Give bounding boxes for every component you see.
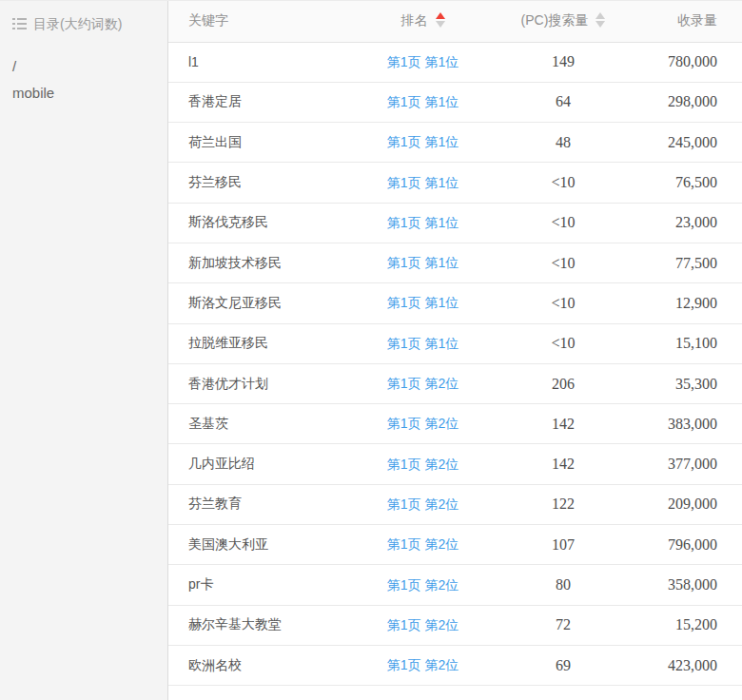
rank-cell: 第1页 第1位 [359, 163, 487, 203]
rank-link[interactable]: 第1页 第2位 [387, 416, 459, 431]
table-row: 斯洛伐克移民 第1页 第1位 <10 23,000 [168, 203, 742, 243]
search-volume-cell: <10 [487, 323, 639, 363]
keyword-cell: 新加坡技术移民 [168, 243, 359, 282]
index-count-cell: 35,300 [639, 363, 742, 403]
rank-cell: 第1页 第2位 [359, 645, 487, 685]
index-count-cell: 358,000 [639, 565, 742, 605]
rank-cell: 第1页 第2位 [359, 525, 487, 565]
table-row: 欧洲名校 第1页 第2位 69 423,000 [168, 645, 742, 685]
rank-cell: 第1页 第1位 [359, 323, 487, 363]
sidebar-directory-item[interactable]: / [12, 58, 158, 75]
search-volume-cell: 72 [487, 605, 639, 645]
sort-asc-icon[interactable] [436, 12, 445, 19]
search-volume-cell: 69 [487, 645, 639, 685]
rank-cell: 第1页 第1位 [359, 203, 487, 243]
sort-desc-icon[interactable] [596, 21, 605, 28]
sort-arrows-rank[interactable] [436, 12, 445, 28]
index-count-cell: 796,000 [639, 525, 742, 565]
keyword-cell: 香港定居 [168, 82, 359, 122]
index-count-cell: 12,900 [639, 283, 742, 323]
table-row: 斯洛文尼亚移民 第1页 第1位 <10 12,900 [168, 283, 742, 323]
keyword-rank-panel: 目录(大约词数) / mobile 关键字 排名 (PC)搜索量 [0, 0, 742, 700]
table-row: 荷兰出国 第1页 第1位 48 245,000 [168, 123, 742, 163]
sort-desc-icon[interactable] [436, 21, 445, 28]
table-header-row: 关键字 排名 (PC)搜索量 收录量 [168, 1, 742, 42]
keyword-cell: 斯洛伐克移民 [168, 203, 359, 243]
search-volume-cell: <10 [487, 203, 639, 243]
directory-sidebar: 目录(大约词数) / mobile [0, 1, 168, 700]
sort-arrows-search-volume[interactable] [596, 12, 605, 28]
rank-link[interactable]: 第1页 第2位 [387, 617, 459, 632]
table-row: 芬兰教育 第1页 第2位 122 209,000 [168, 484, 742, 524]
rank-link[interactable]: 第1页 第1位 [387, 295, 459, 310]
rank-link[interactable]: 第1页 第2位 [387, 457, 459, 472]
column-header-keyword: 关键字 [168, 1, 359, 42]
rank-link[interactable]: 第1页 第1位 [387, 134, 459, 149]
search-volume-cell: 149 [487, 42, 639, 82]
rank-cell: 第1页 第2位 [359, 404, 487, 444]
sort-asc-icon[interactable] [596, 12, 605, 19]
rank-cell: 第1页 第1位 [359, 82, 487, 122]
table-row: l1 第1页 第1位 149 780,000 [168, 42, 742, 82]
search-volume-cell: 48 [487, 123, 639, 163]
keyword-cell: 芬兰移民 [168, 163, 359, 203]
index-count-cell: 23,000 [639, 203, 742, 243]
table-row: 赫尔辛基大教堂 第1页 第2位 72 15,200 [168, 605, 742, 645]
column-header-search-volume[interactable]: (PC)搜索量 [487, 1, 639, 42]
column-header-search-volume-label: (PC)搜索量 [521, 12, 589, 28]
index-count-cell: 377,000 [639, 444, 742, 484]
keyword-cell: 赫尔辛基大教堂 [168, 605, 359, 645]
search-volume-cell: 206 [487, 363, 639, 403]
keyword-cell: 欧洲名校 [168, 645, 359, 685]
column-header-rank[interactable]: 排名 [359, 1, 487, 42]
index-count-cell: 245,000 [639, 123, 742, 163]
table-row: 美国澳大利亚 第1页 第2位 107 796,000 [168, 525, 742, 565]
rank-link[interactable]: 第1页 第2位 [387, 577, 459, 593]
index-count-cell: 15,200 [639, 605, 742, 645]
rank-link[interactable]: 第1页 第2位 [387, 376, 459, 391]
keyword-table-body: l1 第1页 第1位 149 780,000 香港定居 第1页 第1位 64 2… [168, 42, 742, 686]
table-row: 新加坡技术移民 第1页 第1位 <10 77,500 [168, 243, 742, 282]
search-volume-cell: <10 [487, 283, 639, 323]
rank-link[interactable]: 第1页 第2位 [387, 536, 459, 552]
rank-cell: 第1页 第2位 [359, 363, 487, 403]
search-volume-cell: 142 [487, 444, 639, 484]
column-header-rank-label: 排名 [401, 12, 428, 28]
search-volume-cell: 107 [487, 525, 639, 565]
rank-cell: 第1页 第2位 [359, 605, 487, 645]
index-count-cell: 77,500 [639, 243, 742, 282]
keyword-cell: 香港优才计划 [168, 363, 359, 403]
table-row: 圣基茨 第1页 第2位 142 383,000 [168, 404, 742, 444]
rank-link[interactable]: 第1页 第2位 [387, 496, 459, 512]
directory-sidebar-title: 目录(大约词数) [12, 15, 158, 32]
sidebar-item-label: mobile [12, 85, 54, 101]
rank-link[interactable]: 第1页 第1位 [387, 175, 459, 190]
rank-cell: 第1页 第2位 [359, 565, 487, 605]
sidebar-directory-item[interactable]: mobile [12, 85, 158, 102]
keyword-cell: 芬兰教育 [168, 484, 359, 524]
index-count-cell: 76,500 [639, 163, 742, 203]
directory-title-label: 目录(大约词数) [33, 15, 122, 32]
rank-cell: 第1页 第2位 [359, 484, 487, 524]
keyword-table-area: 关键字 排名 (PC)搜索量 收录量 l1 第1页 第1位 149 780,00… [168, 1, 742, 700]
search-volume-cell: 80 [487, 565, 639, 605]
rank-link[interactable]: 第1页 第1位 [387, 54, 459, 69]
rank-link[interactable]: 第1页 第1位 [387, 94, 459, 109]
rank-cell: 第1页 第1位 [359, 243, 487, 282]
search-volume-cell: 122 [487, 484, 639, 524]
index-count-cell: 423,000 [639, 645, 742, 685]
rank-link[interactable]: 第1页 第1位 [387, 255, 459, 270]
search-volume-cell: <10 [487, 163, 639, 203]
rank-link[interactable]: 第1页 第1位 [387, 336, 459, 351]
index-count-cell: 15,100 [639, 323, 742, 363]
table-row: 几内亚比绍 第1页 第2位 142 377,000 [168, 444, 742, 484]
rank-link[interactable]: 第1页 第2位 [387, 657, 459, 672]
rank-cell: 第1页 第2位 [359, 444, 487, 484]
search-volume-cell: 142 [487, 404, 639, 444]
table-row: 拉脱维亚移民 第1页 第1位 <10 15,100 [168, 323, 742, 363]
keyword-cell: l1 [168, 42, 359, 82]
rank-cell: 第1页 第1位 [359, 283, 487, 323]
rank-link[interactable]: 第1页 第1位 [387, 215, 459, 230]
table-row: pr卡 第1页 第2位 80 358,000 [168, 565, 742, 605]
keyword-table: 关键字 排名 (PC)搜索量 收录量 l1 第1页 第1位 149 780,00… [168, 1, 742, 686]
